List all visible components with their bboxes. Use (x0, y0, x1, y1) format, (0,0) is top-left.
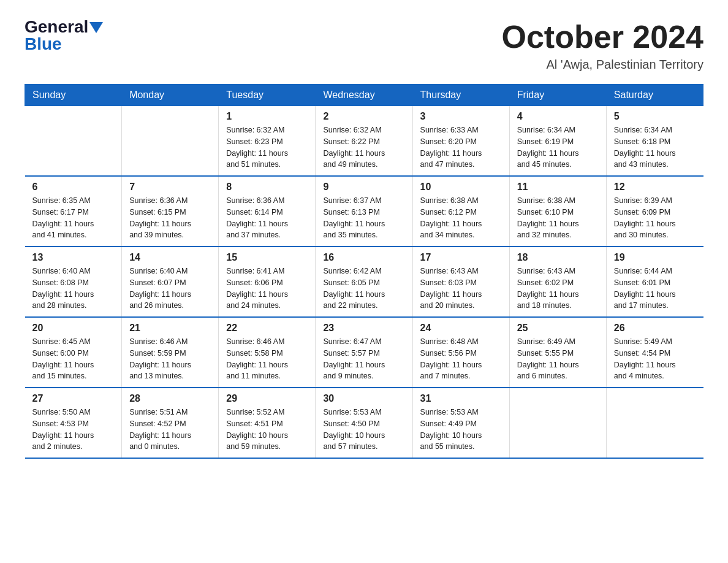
title-section: October 2024 Al 'Awja, Palestinian Terri… (502, 18, 704, 72)
day-info: Sunrise: 6:38 AM Sunset: 6:10 PM Dayligh… (517, 195, 599, 241)
day-number: 25 (517, 323, 599, 334)
calendar-cell: 27Sunrise: 5:50 AM Sunset: 4:53 PM Dayli… (25, 388, 122, 458)
calendar-cell: 14Sunrise: 6:40 AM Sunset: 6:07 PM Dayli… (122, 247, 219, 317)
calendar-cell: 1Sunrise: 6:32 AM Sunset: 6:23 PM Daylig… (219, 106, 316, 177)
day-info: Sunrise: 6:47 AM Sunset: 5:57 PM Dayligh… (323, 336, 404, 382)
calendar-body: 1Sunrise: 6:32 AM Sunset: 6:23 PM Daylig… (25, 106, 703, 459)
logo-blue-text: Blue (25, 34, 62, 53)
header-tuesday: Tuesday (219, 85, 316, 106)
day-number: 10 (420, 182, 502, 193)
calendar-cell: 12Sunrise: 6:39 AM Sunset: 6:09 PM Dayli… (606, 176, 703, 247)
day-info: Sunrise: 6:43 AM Sunset: 6:02 PM Dayligh… (517, 266, 599, 312)
calendar-week-2: 6Sunrise: 6:35 AM Sunset: 6:17 PM Daylig… (25, 176, 703, 247)
calendar-cell: 9Sunrise: 6:37 AM Sunset: 6:13 PM Daylig… (316, 176, 412, 247)
calendar-cell (122, 106, 219, 177)
day-info: Sunrise: 5:52 AM Sunset: 4:51 PM Dayligh… (226, 407, 308, 453)
day-info: Sunrise: 6:36 AM Sunset: 6:14 PM Dayligh… (226, 195, 308, 241)
calendar-cell: 22Sunrise: 6:46 AM Sunset: 5:58 PM Dayli… (219, 317, 316, 388)
day-info: Sunrise: 6:38 AM Sunset: 6:12 PM Dayligh… (420, 195, 502, 241)
calendar-cell: 29Sunrise: 5:52 AM Sunset: 4:51 PM Dayli… (219, 388, 316, 458)
day-number: 17 (420, 252, 502, 263)
calendar-cell: 8Sunrise: 6:36 AM Sunset: 6:14 PM Daylig… (219, 176, 316, 247)
day-number: 26 (614, 323, 696, 334)
calendar-cell: 25Sunrise: 6:49 AM Sunset: 5:55 PM Dayli… (509, 317, 606, 388)
day-info: Sunrise: 6:43 AM Sunset: 6:03 PM Dayligh… (420, 266, 502, 312)
calendar-cell (606, 388, 703, 458)
day-info: Sunrise: 6:40 AM Sunset: 6:08 PM Dayligh… (32, 266, 115, 312)
header-wednesday: Wednesday (316, 85, 412, 106)
calendar-cell (25, 106, 122, 177)
day-info: Sunrise: 6:40 AM Sunset: 6:07 PM Dayligh… (129, 266, 211, 312)
calendar-cell: 31Sunrise: 5:53 AM Sunset: 4:49 PM Dayli… (412, 388, 509, 458)
svg-marker-0 (89, 22, 103, 33)
calendar-cell: 21Sunrise: 6:46 AM Sunset: 5:59 PM Dayli… (122, 317, 219, 388)
day-number: 13 (32, 252, 115, 263)
calendar-cell (509, 388, 606, 458)
calendar-cell: 23Sunrise: 6:47 AM Sunset: 5:57 PM Dayli… (316, 317, 412, 388)
calendar-week-4: 20Sunrise: 6:45 AM Sunset: 6:00 PM Dayli… (25, 317, 703, 388)
day-number: 14 (129, 252, 211, 263)
location-title: Al 'Awja, Palestinian Territory (502, 58, 704, 72)
calendar-cell: 10Sunrise: 6:38 AM Sunset: 6:12 PM Dayli… (412, 176, 509, 247)
calendar-cell: 6Sunrise: 6:35 AM Sunset: 6:17 PM Daylig… (25, 176, 122, 247)
day-number: 1 (226, 111, 308, 122)
day-number: 5 (614, 111, 696, 122)
day-info: Sunrise: 6:44 AM Sunset: 6:01 PM Dayligh… (614, 266, 696, 312)
calendar-cell: 15Sunrise: 6:41 AM Sunset: 6:06 PM Dayli… (219, 247, 316, 317)
month-title: October 2024 (502, 18, 704, 55)
logo: General Blue (25, 18, 103, 53)
day-info: Sunrise: 6:32 AM Sunset: 6:22 PM Dayligh… (323, 124, 404, 170)
day-info: Sunrise: 5:53 AM Sunset: 4:50 PM Dayligh… (323, 407, 404, 453)
calendar-cell: 19Sunrise: 6:44 AM Sunset: 6:01 PM Dayli… (606, 247, 703, 317)
calendar-cell: 28Sunrise: 5:51 AM Sunset: 4:52 PM Dayli… (122, 388, 219, 458)
calendar-cell: 18Sunrise: 6:43 AM Sunset: 6:02 PM Dayli… (509, 247, 606, 317)
day-number: 2 (323, 111, 404, 122)
day-info: Sunrise: 6:34 AM Sunset: 6:19 PM Dayligh… (517, 124, 599, 170)
day-number: 3 (420, 111, 502, 122)
calendar-cell: 7Sunrise: 6:36 AM Sunset: 6:15 PM Daylig… (122, 176, 219, 247)
day-number: 22 (226, 323, 308, 334)
day-info: Sunrise: 6:36 AM Sunset: 6:15 PM Dayligh… (129, 195, 211, 241)
day-info: Sunrise: 6:32 AM Sunset: 6:23 PM Dayligh… (226, 124, 308, 170)
header-thursday: Thursday (412, 85, 509, 106)
day-number: 6 (32, 182, 115, 193)
day-info: Sunrise: 6:34 AM Sunset: 6:18 PM Dayligh… (614, 124, 696, 170)
calendar-week-5: 27Sunrise: 5:50 AM Sunset: 4:53 PM Dayli… (25, 388, 703, 458)
calendar-cell: 3Sunrise: 6:33 AM Sunset: 6:20 PM Daylig… (412, 106, 509, 177)
day-number: 11 (517, 182, 599, 193)
calendar-cell: 2Sunrise: 6:32 AM Sunset: 6:22 PM Daylig… (316, 106, 412, 177)
day-info: Sunrise: 5:50 AM Sunset: 4:53 PM Dayligh… (32, 407, 115, 453)
day-number: 30 (323, 393, 404, 404)
calendar-cell: 30Sunrise: 5:53 AM Sunset: 4:50 PM Dayli… (316, 388, 412, 458)
day-info: Sunrise: 6:46 AM Sunset: 5:59 PM Dayligh… (129, 336, 211, 382)
logo-triangle-icon (89, 22, 103, 33)
calendar-header: SundayMondayTuesdayWednesdayThursdayFrid… (25, 85, 703, 106)
day-number: 18 (517, 252, 599, 263)
day-number: 24 (420, 323, 502, 334)
day-info: Sunrise: 6:49 AM Sunset: 5:55 PM Dayligh… (517, 336, 599, 382)
calendar-cell: 20Sunrise: 6:45 AM Sunset: 6:00 PM Dayli… (25, 317, 122, 388)
header-saturday: Saturday (606, 85, 703, 106)
day-info: Sunrise: 6:35 AM Sunset: 6:17 PM Dayligh… (32, 195, 115, 241)
day-info: Sunrise: 6:42 AM Sunset: 6:05 PM Dayligh… (323, 266, 404, 312)
header-monday: Monday (122, 85, 219, 106)
day-info: Sunrise: 5:49 AM Sunset: 4:54 PM Dayligh… (614, 336, 696, 382)
calendar-cell: 11Sunrise: 6:38 AM Sunset: 6:10 PM Dayli… (509, 176, 606, 247)
day-number: 20 (32, 323, 115, 334)
day-info: Sunrise: 6:45 AM Sunset: 6:00 PM Dayligh… (32, 336, 115, 382)
day-info: Sunrise: 6:46 AM Sunset: 5:58 PM Dayligh… (226, 336, 308, 382)
day-number: 28 (129, 393, 211, 404)
day-info: Sunrise: 5:53 AM Sunset: 4:49 PM Dayligh… (420, 407, 502, 453)
day-number: 31 (420, 393, 502, 404)
calendar-cell: 24Sunrise: 6:48 AM Sunset: 5:56 PM Dayli… (412, 317, 509, 388)
day-number: 9 (323, 182, 404, 193)
day-number: 8 (226, 182, 308, 193)
day-info: Sunrise: 6:41 AM Sunset: 6:06 PM Dayligh… (226, 266, 308, 312)
day-info: Sunrise: 6:33 AM Sunset: 6:20 PM Dayligh… (420, 124, 502, 170)
day-number: 16 (323, 252, 404, 263)
header-sunday: Sunday (25, 85, 122, 106)
day-number: 27 (32, 393, 115, 404)
calendar-cell: 5Sunrise: 6:34 AM Sunset: 6:18 PM Daylig… (606, 106, 703, 177)
day-info: Sunrise: 6:37 AM Sunset: 6:13 PM Dayligh… (323, 195, 404, 241)
day-number: 15 (226, 252, 308, 263)
